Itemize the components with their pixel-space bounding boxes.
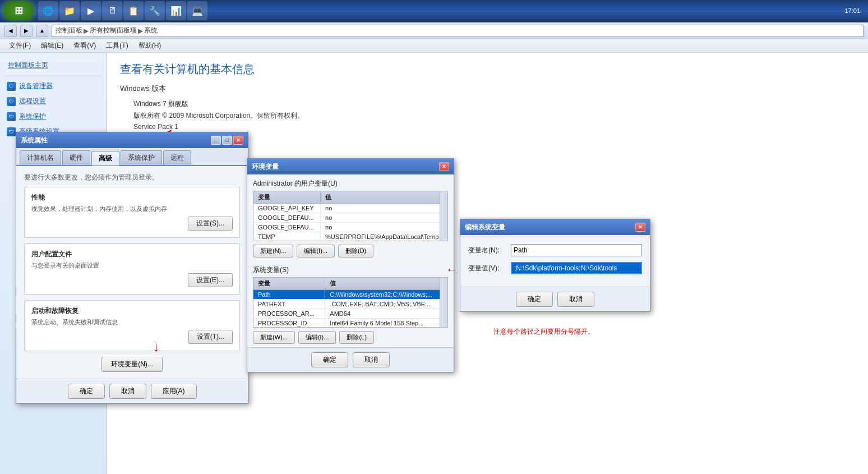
app-icon-1[interactable]: 🖥	[102, 1, 122, 20]
editvar-cancel[interactable]: 取消	[557, 292, 594, 307]
tab-protection[interactable]: 系统保护	[121, 150, 162, 165]
envvar-titlebar-btns: ✕	[439, 162, 449, 171]
sys-section-title: 系统变量(S)	[247, 261, 454, 277]
profile-desc: 与您登录有关的桌面设置	[31, 261, 233, 270]
app-icon-5[interactable]: 💻	[187, 1, 207, 20]
forward-button[interactable]: ▶	[20, 25, 33, 37]
startup-settings-btn[interactable]: 设置(T)...	[188, 330, 233, 344]
taskbar: ⊞ 🌐 📁 ▶ 🖥 📋 🔧 📊 💻 17:01	[0, 0, 868, 22]
profile-section: 用户配置文件 与您登录有关的桌面设置 设置(E)...	[24, 243, 240, 294]
user-col-var: 变量	[253, 191, 321, 204]
sidebar-label-protection: 系统保护	[19, 112, 46, 121]
app-icon-4[interactable]: 📊	[166, 1, 186, 20]
editvar-titlebar-btns: ✕	[635, 223, 645, 232]
sys-edit-btn[interactable]: 编辑(I)...	[298, 331, 336, 344]
explorer-icon[interactable]: 📁	[59, 1, 80, 20]
varvalue-row: 变量值(V):	[468, 262, 642, 274]
media-icon[interactable]: ▶	[81, 1, 101, 20]
sidebar-item-remote[interactable]: 🛡 远程设置	[0, 94, 106, 109]
menu-edit[interactable]: 编辑(E)	[36, 40, 68, 52]
varname-input[interactable]	[511, 244, 642, 256]
sysprop-title: 系统属性	[21, 136, 48, 145]
address-bar: ◀ ▶ ▲ 控制面板 ▶ 所有控制面板项 ▶ 系统	[0, 22, 868, 39]
ie-icon[interactable]: 🌐	[38, 1, 58, 20]
back-button[interactable]: ◀	[4, 25, 17, 37]
sys-col-val: 值	[325, 278, 447, 290]
up-button[interactable]: ▲	[36, 25, 48, 37]
user-var-0: GOOGLE_API_KEY	[253, 204, 321, 213]
sysprop-cancel[interactable]: 取消	[109, 384, 146, 399]
envvar-titlebar[interactable]: 环境变量 ✕	[247, 159, 454, 174]
menu-view[interactable]: 查看(V)	[69, 40, 100, 52]
tab-advanced[interactable]: 高级	[91, 151, 119, 165]
editvar-ok[interactable]: 确定	[516, 292, 553, 307]
menu-help[interactable]: 帮助(H)	[134, 40, 166, 52]
taskbar-right: 17:01	[844, 7, 865, 14]
sys-val-1: .COM;.EXE;.BAT;.CMD;.VBS;.VBE;...	[325, 300, 447, 309]
sysprop-titlebar[interactable]: 系统属性 _ □ ✕	[16, 132, 248, 148]
editvar-title: 编辑系统变量	[465, 223, 505, 232]
perf-settings-btn[interactable]: 设置(S)...	[188, 217, 233, 231]
user-row-3[interactable]: TEMP %USERPROFILE%\AppData\Local\Temp	[253, 232, 447, 242]
envvar-close[interactable]: ✕	[439, 162, 449, 171]
user-edit-btn[interactable]: 编辑(I)...	[297, 245, 335, 257]
startup-desc: 系统启动、系统失败和调试信息	[31, 318, 233, 326]
editvar-titlebar[interactable]: 编辑系统变量 ✕	[460, 219, 650, 235]
addr-path2[interactable]: 所有控制面板项	[90, 26, 137, 35]
remote-icon: 🛡	[7, 97, 16, 106]
start-button[interactable]: ⊞	[3, 1, 34, 20]
sidebar-item-protection[interactable]: 🛡 系统保护	[0, 109, 106, 124]
app-icon-2[interactable]: 📋	[123, 1, 144, 20]
app-icon-3[interactable]: 🔧	[145, 1, 165, 20]
tab-hardware[interactable]: 硬件	[62, 150, 90, 165]
sysprop-apply[interactable]: 应用(A)	[151, 384, 197, 399]
user-scrollbar[interactable]	[440, 191, 447, 241]
envvar-ok[interactable]: 确定	[311, 352, 348, 367]
profile-settings-btn[interactable]: 设置(E)...	[188, 273, 233, 287]
profile-title: 用户配置文件	[31, 250, 233, 259]
user-val-2: no	[321, 223, 447, 232]
sys-table: 变量 值 Path C:\Windows\system32;C:\Windows…	[253, 278, 447, 328]
sysprop-ok[interactable]: 确定	[68, 384, 105, 399]
varname-row: 变量名(N):	[468, 244, 642, 256]
sys-var-table: 变量 值 Path C:\Windows\system32;C:\Windows…	[253, 277, 448, 328]
addr-path3[interactable]: 系统	[144, 26, 158, 35]
editvar-close[interactable]: ✕	[635, 223, 645, 232]
varvalue-input[interactable]	[511, 262, 642, 274]
taskbar-time: 17:01	[844, 7, 860, 14]
user-new-btn[interactable]: 新建(N)...	[253, 245, 293, 257]
arrow-env: ↓	[153, 340, 159, 355]
sys-delete-btn[interactable]: 删除(L)	[339, 331, 373, 344]
tab-remote[interactable]: 远程	[163, 150, 191, 165]
sys-val-2: AMD64	[325, 309, 447, 319]
tab-computername[interactable]: 计算机名	[20, 150, 61, 165]
sys-row-2[interactable]: PROCESSOR_AR... AMD64	[253, 309, 447, 319]
envvar-btn[interactable]: 环境变量(N)...	[101, 357, 163, 372]
sys-scrollbar[interactable]	[440, 278, 447, 327]
sys-row-3[interactable]: PROCESSOR_ID Intel64 Family 6 Model 158 …	[253, 319, 447, 328]
sys-row-0[interactable]: Path C:\Windows\system32;C:\Windows;...	[253, 290, 447, 300]
sysprop-body: 要进行大多数更改，您必须作为管理员登录。 性能 视觉效果，处理器计划，内存使用，…	[16, 166, 248, 379]
user-row-2[interactable]: GOOGLE_DEFAU... no	[253, 223, 447, 232]
advanced-icon: 🛡	[7, 127, 16, 136]
user-row-0[interactable]: GOOGLE_API_KEY no	[253, 204, 447, 213]
address-path[interactable]: 控制面板 ▶ 所有控制面板项 ▶ 系统	[52, 25, 864, 37]
sys-new-btn[interactable]: 新建(W)...	[253, 331, 295, 344]
addr-path1[interactable]: 控制面板	[56, 26, 82, 35]
menu-file[interactable]: 文件(F)	[4, 40, 35, 52]
user-section-title: Administrator 的用户变量(U)	[247, 174, 454, 191]
sys-val-0: C:\Windows\system32;C:\Windows;...	[325, 290, 447, 300]
user-val-3: %USERPROFILE%\AppData\Local\Temp	[321, 232, 447, 242]
sysprop-maximize[interactable]: □	[222, 136, 232, 145]
sys-row-1[interactable]: PATHEXT .COM;.EXE;.BAT;.CMD;.VBS;.VBE;..…	[253, 300, 447, 309]
sysprop-close[interactable]: ✕	[233, 136, 243, 145]
sidebar-item-device[interactable]: 🛡 设备管理器	[0, 79, 106, 94]
user-delete-btn[interactable]: 删除(D)	[338, 245, 373, 257]
menu-tools[interactable]: 工具(T)	[101, 40, 132, 52]
perf-desc: 视觉效果，处理器计划，内存使用，以及虚拟内存	[31, 205, 233, 213]
startup-title: 启动和故障恢复	[31, 306, 233, 316]
sidebar-main-link[interactable]: 控制面板主页	[0, 57, 106, 73]
sysprop-minimize[interactable]: _	[211, 136, 221, 145]
envvar-cancel[interactable]: 取消	[353, 352, 390, 367]
user-row-1[interactable]: GOOGLE_DEFAU... no	[253, 213, 447, 223]
